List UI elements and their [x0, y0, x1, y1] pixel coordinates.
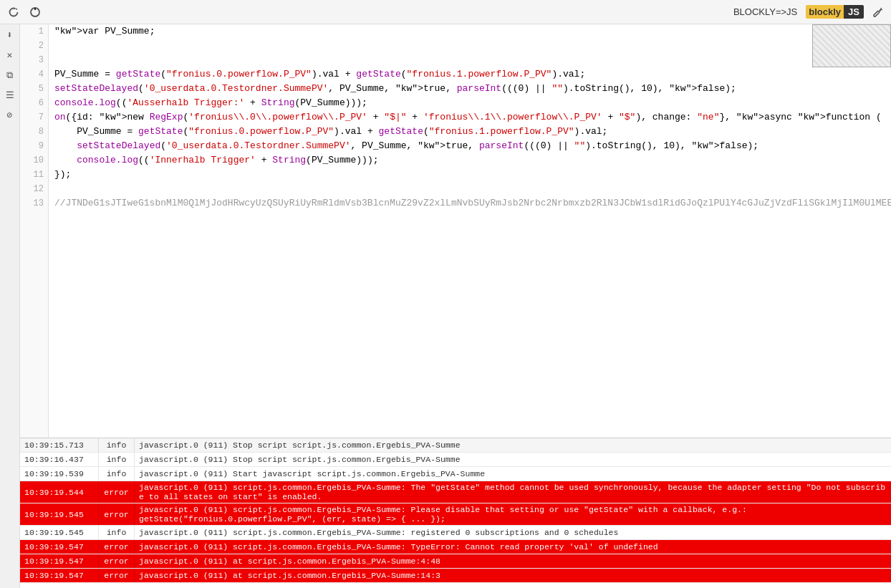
log-level-3: error	[99, 481, 135, 503]
log-msg-2: javascript.0 (911) Start javascript scri…	[135, 467, 891, 481]
log-time-7: 10:39:19.547	[20, 554, 99, 568]
log-row-7: 10:39:19.547errorjavascript.0 (911) at s…	[20, 554, 891, 569]
log-time-1: 10:39:16.437	[20, 453, 99, 466]
reload-button[interactable]	[6, 4, 21, 20]
log-msg-0: javascript.0 (911) Stop script script.js…	[135, 438, 891, 452]
line-numbers: 12345678910111213	[20, 24, 49, 438]
code-line-10: console.log(('Innerhalb Trigger' + Strin…	[54, 153, 885, 168]
log-time-8: 10:39:19.547	[20, 569, 99, 582]
line-number-3: 3	[20, 53, 44, 67]
code-editor: 12345678910111213 "kw">var PV_Summe; PV_…	[20, 24, 891, 438]
log-row-5: 10:39:19.545infojavascript.0 (911) scrip…	[20, 526, 891, 540]
code-line-5: setStateDelayed('0_userdata.0.Testordner…	[54, 82, 885, 96]
log-row-4: 10:39:19.545errorjavascript.0 (911) scri…	[20, 503, 891, 526]
code-line-4: PV_Summe = getState("fronius.0.powerflow…	[54, 67, 885, 82]
line-number-6: 6	[20, 96, 44, 110]
blockly-js-badge: blockly JS	[806, 5, 864, 19]
log-level-0: info	[99, 438, 135, 452]
log-level-6: error	[99, 540, 135, 554]
log-row-2: 10:39:19.539infojavascript.0 (911) Start…	[20, 467, 891, 481]
log-level-1: info	[99, 453, 135, 466]
wrench-button[interactable]	[870, 4, 885, 20]
copy-button[interactable]: ⧉	[2, 67, 18, 83]
line-number-2: 2	[20, 39, 44, 53]
code-line-12	[54, 182, 885, 196]
code-line-7: on({id: "kw">new RegExp('fronius\\.0\\.p…	[54, 110, 885, 125]
log-msg-4: javascript.0 (911) script.js.common.Erge…	[135, 503, 891, 525]
log-level-5: info	[99, 526, 135, 539]
list-button[interactable]: ☰	[2, 87, 18, 103]
code-line-9: setStateDelayed('0_userdata.0.Testordner…	[54, 139, 885, 153]
log-time-2: 10:39:19.539	[20, 467, 99, 481]
line-number-13: 13	[20, 196, 44, 211]
log-time-0: 10:39:15.713	[20, 438, 99, 452]
line-number-8: 8	[20, 125, 44, 139]
log-level-7: error	[99, 554, 135, 568]
log-time-4: 10:39:19.545	[20, 503, 99, 525]
log-time-6: 10:39:19.547	[20, 540, 99, 554]
toolbar: BLOCKLY=>JS blockly JS	[0, 0, 891, 24]
js-text: JS	[844, 5, 864, 19]
left-sidebar: ⬇ ✕ ⧉ ☰ ⊘	[0, 24, 20, 588]
code-line-11: });	[54, 168, 885, 182]
blocklyjs-label: BLOCKLY=>JS	[733, 6, 797, 17]
log-level-8: error	[99, 569, 135, 582]
code-content[interactable]: "kw">var PV_Summe; PV_Summe = getState("…	[49, 24, 891, 438]
log-row-1: 10:39:16.437infojavascript.0 (911) Stop …	[20, 453, 891, 467]
download-log-button[interactable]: ⬇	[2, 27, 18, 43]
code-line-3	[54, 53, 885, 67]
line-number-11: 11	[20, 168, 44, 182]
log-level-2: info	[99, 467, 135, 481]
log-msg-3: javascript.0 (911) script.js.common.Erge…	[135, 481, 891, 503]
log-time-3: 10:39:19.544	[20, 481, 99, 503]
log-time-5: 10:39:19.545	[20, 526, 99, 539]
log-msg-8: javascript.0 (911) at script.js.common.E…	[135, 569, 891, 582]
log-row-3: 10:39:19.544errorjavascript.0 (911) scri…	[20, 481, 891, 503]
line-number-9: 9	[20, 139, 44, 153]
log-row-0: 10:39:15.713infojavascript.0 (911) Stop …	[20, 438, 891, 453]
log-row-8: 10:39:19.547errorjavascript.0 (911) at s…	[20, 569, 891, 583]
line-number-4: 4	[20, 67, 44, 82]
clear-log-button[interactable]: ✕	[2, 47, 18, 63]
spinner-icon	[27, 4, 43, 20]
line-number-10: 10	[20, 153, 44, 168]
log-msg-7: javascript.0 (911) at script.js.common.E…	[135, 554, 891, 568]
log-panel[interactable]: 10:39:15.713infojavascript.0 (911) Stop …	[20, 438, 891, 588]
line-number-1: 1	[20, 24, 44, 39]
log-msg-6: javascript.0 (911) script.js.common.Erge…	[135, 540, 891, 554]
log-msg-1: javascript.0 (911) Stop script script.js…	[135, 453, 891, 466]
eye-off-button[interactable]: ⊘	[2, 107, 18, 123]
log-msg-5: javascript.0 (911) script.js.common.Erge…	[135, 526, 891, 539]
thumbnail-preview	[813, 25, 890, 67]
code-line-13: //JTNDeG1sJTIweG1sbnMlM0QlMjJodHRwcyUzQS…	[54, 196, 885, 211]
main-layout: ⬇ ✕ ⧉ ☰ ⊘ 12345678910111213 "kw">var PV_…	[0, 24, 891, 588]
code-line-2	[54, 39, 885, 53]
log-row-6: 10:39:19.547errorjavascript.0 (911) scri…	[20, 540, 891, 554]
code-line-1: "kw">var PV_Summe;	[54, 24, 885, 39]
code-line-6: console.log(('Ausserhalb Trigger:' + Str…	[54, 96, 885, 110]
code-thumbnail	[812, 24, 891, 67]
line-number-7: 7	[20, 110, 44, 125]
code-line-8: PV_Summe = getState("fronius.0.powerflow…	[54, 125, 885, 139]
log-level-4: error	[99, 503, 135, 525]
line-number-5: 5	[20, 82, 44, 96]
blockly-text: blockly	[806, 5, 844, 19]
line-number-12: 12	[20, 182, 44, 196]
